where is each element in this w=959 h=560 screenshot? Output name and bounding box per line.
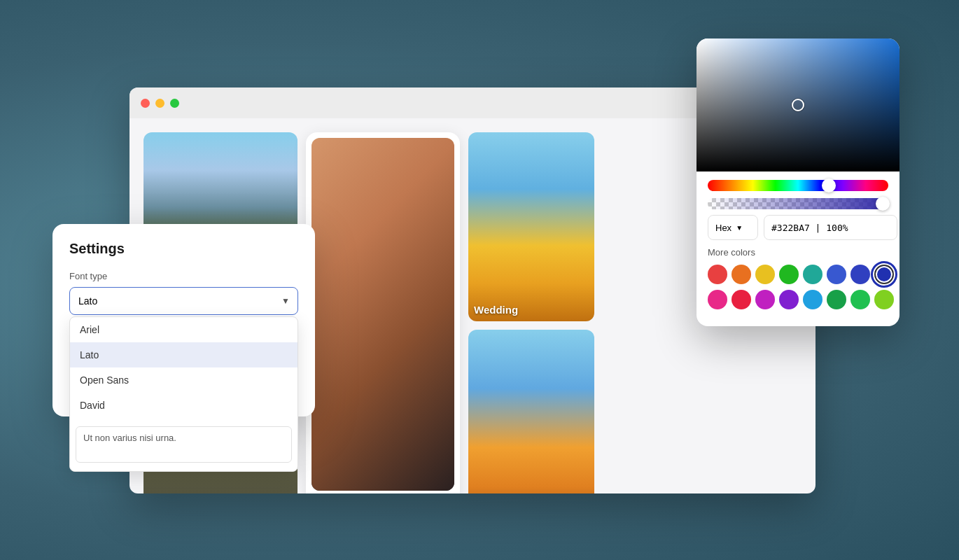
- font-select-wrapper: Lato Ariel Open Sans David ▼ Ariel Lato …: [69, 287, 298, 315]
- swatch-navy[interactable]: [874, 265, 894, 284]
- swatch-crimson[interactable]: [732, 290, 751, 309]
- swatch-emerald[interactable]: [827, 290, 846, 309]
- photo-carnival[interactable]: [468, 330, 594, 493]
- settings-panel: Settings Font type Lato Ariel Open Sans …: [52, 224, 315, 416]
- traffic-light-minimize[interactable]: [155, 99, 164, 108]
- dropdown-item-lato[interactable]: Lato: [70, 342, 298, 368]
- color-swatches-row1: [696, 265, 899, 284]
- photo-card-main[interactable]: Love my besite: [306, 132, 460, 493]
- swatch-hot-pink[interactable]: [708, 290, 727, 309]
- font-type-label: Font type: [69, 271, 298, 281]
- dropdown-item-david[interactable]: David: [70, 393, 298, 418]
- chevron-down-icon: ▼: [736, 224, 743, 232]
- color-swatches-row2: [696, 290, 899, 309]
- dropdown-item-ariel[interactable]: Ariel: [70, 317, 298, 342]
- color-code-row: Hex ▼: [696, 215, 899, 240]
- more-colors-label: More colors: [696, 247, 899, 258]
- traffic-light-fullscreen[interactable]: [170, 99, 179, 108]
- opacity-slider[interactable]: [708, 198, 888, 209]
- swatch-lime[interactable]: [874, 290, 894, 309]
- sample-text-area[interactable]: Ut non varius nisi urna.: [76, 426, 292, 463]
- sample-text-row: Ut non varius nisi urna.: [70, 424, 298, 471]
- swatch-yellow[interactable]: [755, 265, 775, 284]
- color-sliders: [696, 172, 899, 215]
- settings-panel-title: Settings: [69, 241, 298, 257]
- color-picker-dot: [792, 99, 804, 111]
- swatch-teal[interactable]: [803, 265, 822, 284]
- swatch-sky-blue[interactable]: [803, 290, 822, 309]
- swatch-red[interactable]: [708, 265, 727, 284]
- color-picker-panel: Hex ▼ More colors: [696, 38, 899, 326]
- swatch-dark-blue[interactable]: [850, 265, 870, 284]
- swatch-orange[interactable]: [732, 265, 751, 284]
- photo-flowers[interactable]: Wedding: [468, 132, 594, 321]
- font-type-select[interactable]: Lato Ariel Open Sans David: [69, 287, 298, 315]
- font-dropdown-menu: Ariel Lato Open Sans David Ut non varius…: [69, 316, 298, 472]
- opacity-slider-thumb[interactable]: [876, 197, 890, 211]
- color-format-select[interactable]: Hex ▼: [708, 215, 758, 240]
- swatch-magenta[interactable]: [755, 290, 775, 309]
- traffic-light-close[interactable]: [141, 99, 150, 108]
- color-format-label: Hex: [715, 223, 732, 233]
- dropdown-item-opensans[interactable]: Open Sans: [70, 368, 298, 393]
- color-hex-input[interactable]: [764, 215, 897, 240]
- color-gradient-area[interactable]: [696, 38, 899, 172]
- swatch-green[interactable]: [779, 265, 799, 284]
- hue-slider-thumb[interactable]: [822, 178, 836, 192]
- swatch-purple[interactable]: [779, 290, 799, 309]
- hue-slider[interactable]: [708, 180, 888, 191]
- wedding-title: Wedding: [474, 304, 518, 316]
- photo-two-girls: [312, 138, 454, 491]
- swatch-blue[interactable]: [827, 265, 846, 284]
- swatch-bright-green[interactable]: [850, 290, 870, 309]
